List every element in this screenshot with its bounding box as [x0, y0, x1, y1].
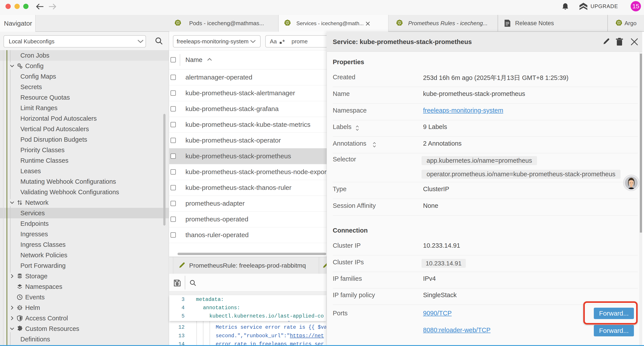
svg-text:*: *: [282, 38, 285, 45]
svg-text:HELM: HELM: [17, 307, 22, 309]
